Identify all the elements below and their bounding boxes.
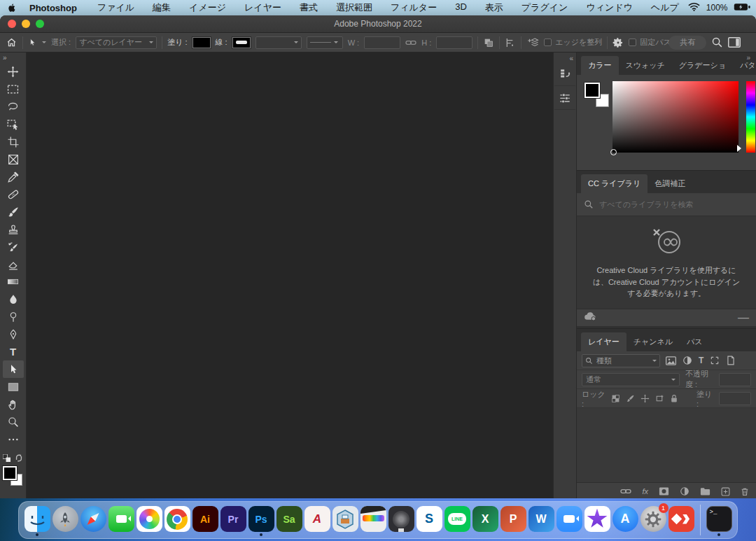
dock-system-preferences[interactable]: 1 [640, 505, 666, 535]
opacity-field[interactable] [719, 373, 751, 386]
color-tab-2[interactable]: スウォッチ [619, 56, 672, 75]
menu-item-3[interactable]: イメージ [180, 1, 235, 14]
menu-item-6[interactable]: 選択範囲 [327, 1, 382, 14]
tool-zoom[interactable] [3, 413, 24, 430]
tool-healing[interactable] [3, 185, 24, 203]
apple-menu-icon[interactable] [7, 2, 17, 13]
adjustment-layer-icon[interactable] [680, 486, 690, 496]
dock-zoom[interactable] [556, 505, 582, 535]
gear-icon[interactable] [612, 37, 624, 48]
tool-marquee[interactable] [3, 80, 24, 98]
lock-artboard-icon[interactable] [655, 394, 664, 403]
filter-shape-icon[interactable] [710, 356, 720, 365]
color-tab-3[interactable]: グラデーショ [672, 56, 733, 75]
layers-tab-1[interactable]: レイヤー [581, 332, 626, 351]
stroke-swatch[interactable] [232, 37, 251, 48]
tool-type[interactable]: T [3, 343, 24, 360]
color-tab-1[interactable]: カラー [581, 56, 619, 75]
menu-item-8[interactable]: 3D [446, 1, 476, 14]
tool-history-brush[interactable] [3, 238, 24, 255]
dock-finder[interactable] [24, 505, 50, 535]
filter-adjustment-icon[interactable] [682, 356, 692, 365]
history-panel-icon[interactable] [554, 62, 575, 86]
layer-mask-icon[interactable] [659, 487, 669, 496]
menu-item-10[interactable]: プラグイン [512, 1, 578, 14]
layers-list[interactable] [577, 408, 756, 482]
new-layer-icon[interactable] [721, 487, 730, 496]
link-layers-icon[interactable] [620, 488, 631, 495]
tool-eyedropper[interactable] [3, 168, 24, 185]
tool-pen[interactable] [3, 325, 24, 343]
dock-autocad[interactable]: A [304, 505, 330, 535]
align-edges-checkbox[interactable]: エッジを整列 [544, 37, 602, 48]
layers-tab-2[interactable]: チャンネル [626, 332, 680, 351]
filter-smart-object-icon[interactable] [726, 356, 736, 365]
layer-filter-dropdown[interactable]: 種類 [582, 354, 660, 367]
layers-tab-3[interactable]: パス [680, 332, 710, 351]
tool-eraser[interactable] [3, 255, 24, 273]
tool-blur[interactable] [3, 290, 24, 308]
dock-turntable[interactable] [388, 505, 414, 535]
menu-item-9[interactable]: 表示 [476, 1, 512, 14]
select-layers-dropdown[interactable]: すべてのレイヤー [76, 36, 157, 49]
dock-chrome[interactable] [164, 505, 190, 535]
width-field[interactable] [364, 36, 400, 49]
dock-facetime[interactable] [108, 505, 134, 535]
fill-swatch[interactable] [192, 37, 211, 48]
dock-home-design[interactable] [332, 505, 358, 535]
dock-illustrator[interactable]: Ai [192, 505, 218, 535]
foreground-color-swatch[interactable] [3, 466, 17, 480]
dock-app-store[interactable]: A [612, 505, 638, 535]
lock-all-icon[interactable] [670, 394, 678, 403]
dock-excel[interactable]: X [472, 505, 498, 535]
dock-photos[interactable] [136, 505, 162, 535]
tool-hand[interactable] [3, 395, 24, 413]
tool-ellipsis[interactable] [3, 430, 24, 448]
default-colors-icon[interactable] [3, 452, 10, 465]
delete-layer-icon[interactable] [741, 487, 749, 496]
search-icon[interactable] [711, 36, 723, 48]
dock-word[interactable]: W [528, 505, 554, 535]
path-operations-icon[interactable] [483, 37, 494, 48]
tool-move[interactable] [3, 63, 24, 80]
cloud-sync-icon[interactable] [584, 311, 596, 324]
chevron-down-icon[interactable] [42, 41, 46, 45]
menu-item-2[interactable]: 編集 [144, 1, 180, 14]
dock-photoshop-dock[interactable]: Ps [248, 505, 274, 535]
lock-position-icon[interactable] [640, 394, 650, 403]
battery-icon[interactable] [734, 3, 750, 13]
menu-item-11[interactable]: ウィンドウ [577, 1, 642, 14]
library-search[interactable]: すべてのライブラリを検索 [577, 193, 756, 216]
library-tab-1[interactable]: CC ライブラリ [581, 174, 648, 193]
hue-slider[interactable] [746, 81, 755, 153]
home-button[interactable] [6, 37, 18, 48]
dock-final-cut[interactable] [360, 505, 386, 535]
dock-launchpad[interactable] [52, 505, 78, 535]
dock-safari[interactable] [80, 505, 106, 535]
library-tab-2[interactable]: 色調補正 [648, 174, 692, 193]
tool-preset-icon[interactable] [28, 37, 37, 48]
blend-mode-dropdown[interactable]: 通常 [582, 373, 680, 386]
color-picker-marker[interactable] [610, 149, 617, 155]
canvas[interactable] [27, 52, 553, 498]
dock-sketchup[interactable]: S [416, 505, 442, 535]
color-tab-4[interactable]: パターン [733, 56, 756, 75]
dock-imovie[interactable] [584, 505, 610, 535]
new-group-icon[interactable] [700, 487, 710, 496]
panel-collapse-icon[interactable]: » [746, 54, 750, 62]
lock-transparency-icon[interactable] [611, 394, 620, 403]
stroke-width-dropdown[interactable] [255, 36, 302, 49]
path-arrangement-icon[interactable] [526, 36, 539, 49]
tool-brush[interactable] [3, 203, 24, 220]
tool-frame[interactable] [3, 150, 24, 168]
toolbar-expand-icon[interactable]: » [0, 54, 9, 63]
tool-path-select[interactable] [3, 360, 24, 378]
menu-item-1[interactable]: ファイル [88, 1, 144, 14]
properties-panel-icon[interactable] [554, 86, 575, 110]
menu-item-7[interactable]: フィルター [382, 1, 446, 14]
dock-premiere[interactable]: Pr [220, 505, 246, 535]
tool-lasso[interactable] [3, 98, 24, 115]
workspace-switcher-icon[interactable] [728, 37, 741, 48]
filter-type-icon[interactable]: T [699, 356, 704, 365]
dock-red-diamond[interactable] [668, 505, 694, 535]
